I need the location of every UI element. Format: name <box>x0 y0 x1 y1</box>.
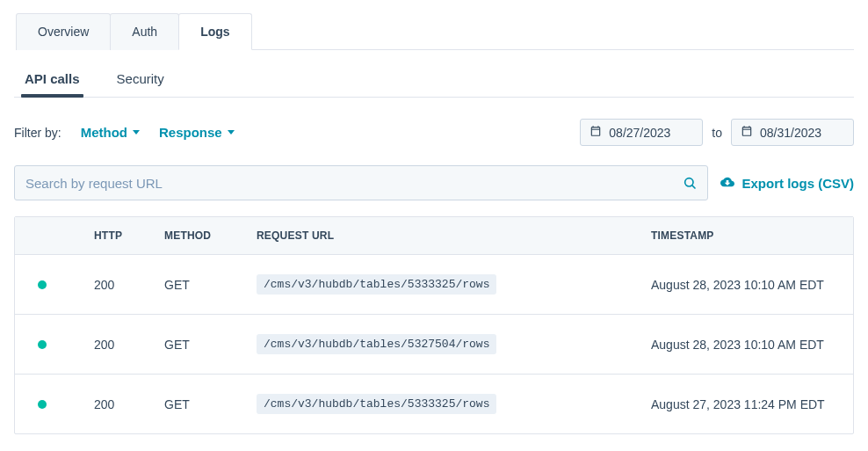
table-row[interactable]: 200 GET /cms/v3/hubdb/tables/5333325/row… <box>15 375 853 433</box>
cell-method: GET <box>164 397 257 411</box>
status-dot-icon <box>38 400 47 409</box>
cell-url: /cms/v3/hubdb/tables/5327504/rows <box>257 334 496 354</box>
cell-method: GET <box>164 338 257 352</box>
cell-url: /cms/v3/hubdb/tables/5333325/rows <box>257 274 496 295</box>
cell-timestamp: August 27, 2023 11:24 PM EDT <box>651 397 853 411</box>
cell-timestamp: August 28, 2023 10:10 AM EDT <box>651 338 853 352</box>
date-from-value: 08/27/2023 <box>609 126 670 140</box>
response-filter-label: Response <box>159 125 222 140</box>
search-box[interactable] <box>14 165 708 200</box>
filter-row: Filter by: Method Response 08/27/2023 to… <box>14 119 854 146</box>
date-from-input[interactable]: 08/27/2023 <box>580 119 703 146</box>
header-url: REQUEST URL <box>257 229 651 242</box>
cell-http: 200 <box>94 338 164 352</box>
search-input[interactable] <box>25 176 683 191</box>
date-to-input[interactable]: 08/31/2023 <box>731 119 854 146</box>
tab-auth[interactable]: Auth <box>110 13 179 50</box>
table-header: HTTP METHOD REQUEST URL TIMESTAMP <box>15 217 853 255</box>
calendar-icon <box>590 125 602 140</box>
date-range: 08/27/2023 to 08/31/2023 <box>580 119 854 146</box>
tab-logs[interactable]: Logs <box>178 13 251 50</box>
header-http: HTTP <box>94 229 164 242</box>
calendar-icon <box>741 125 753 140</box>
cloud-download-icon <box>720 175 734 192</box>
tab-api-calls[interactable]: API calls <box>25 66 80 97</box>
export-logs-button[interactable]: Export logs (CSV) <box>720 175 854 192</box>
date-to-value: 08/31/2023 <box>760 126 821 140</box>
search-icon[interactable] <box>683 176 697 190</box>
svg-line-1 <box>693 185 696 188</box>
header-method: METHOD <box>164 229 257 242</box>
cell-http: 200 <box>94 278 164 292</box>
method-filter-dropdown[interactable]: Method <box>81 125 140 140</box>
cell-url: /cms/v3/hubdb/tables/5333325/rows <box>257 394 496 414</box>
export-logs-label: Export logs (CSV) <box>741 176 854 191</box>
header-timestamp: TIMESTAMP <box>651 229 853 242</box>
response-filter-dropdown[interactable]: Response <box>159 125 235 140</box>
search-row: Export logs (CSV) <box>14 165 854 200</box>
method-filter-label: Method <box>81 125 127 140</box>
date-to-label: to <box>712 126 722 140</box>
cell-http: 200 <box>94 397 164 411</box>
chevron-down-icon <box>228 130 235 135</box>
cell-timestamp: August 28, 2023 10:10 AM EDT <box>651 278 853 292</box>
tab-overview[interactable]: Overview <box>16 13 111 50</box>
table-row[interactable]: 200 GET /cms/v3/hubdb/tables/5333325/row… <box>15 255 853 315</box>
tab-security[interactable]: Security <box>117 66 164 97</box>
chevron-down-icon <box>133 130 140 135</box>
cell-method: GET <box>164 278 257 292</box>
tabs-sub: API calls Security <box>14 66 854 98</box>
tabs-top: Overview Auth Logs <box>16 12 854 50</box>
status-dot-icon <box>38 280 47 289</box>
filter-left: Filter by: Method Response <box>14 125 235 140</box>
status-dot-icon <box>38 340 47 349</box>
filter-by-label: Filter by: <box>14 126 61 140</box>
table-row[interactable]: 200 GET /cms/v3/hubdb/tables/5327504/row… <box>15 315 853 375</box>
logs-table: HTTP METHOD REQUEST URL TIMESTAMP 200 GE… <box>14 216 854 434</box>
